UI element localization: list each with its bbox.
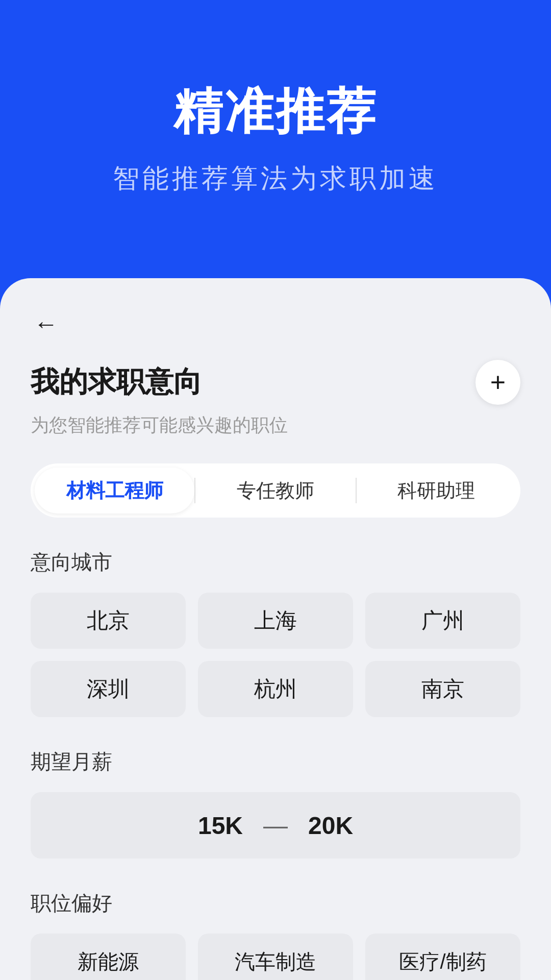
salary-section: 期望月薪 15K — 20K xyxy=(31,748,520,859)
salary-max: 20K xyxy=(308,812,353,840)
salary-section-label: 期望月薪 xyxy=(31,748,520,776)
city-chip-beijing[interactable]: 北京 xyxy=(31,593,186,649)
city-grid: 北京 上海 广州 深圳 杭州 南京 xyxy=(31,593,520,717)
card-description: 为您智能推荐可能感兴趣的职位 xyxy=(31,413,520,438)
card-title: 我的求职意向 xyxy=(31,363,202,402)
city-chip-hangzhou[interactable]: 杭州 xyxy=(198,661,353,717)
hero-subtitle: 智能推荐算法为求职加速 xyxy=(113,161,438,197)
city-chip-shanghai[interactable]: 上海 xyxy=(198,593,353,649)
pref-grid-row1: 新能源 汽车制造 医疗/制药 xyxy=(31,934,520,980)
salary-dash: — xyxy=(263,812,288,840)
city-chip-guangzhou[interactable]: 广州 xyxy=(365,593,520,649)
salary-min: 15K xyxy=(198,812,243,840)
hero-section: 精准推荐 智能推荐算法为求职加速 xyxy=(0,0,551,237)
add-intention-button[interactable]: + xyxy=(475,360,520,405)
city-chip-nanjing[interactable]: 南京 xyxy=(365,661,520,717)
salary-range-bar[interactable]: 15K — 20K xyxy=(31,792,520,859)
pref-chip-medical[interactable]: 医疗/制药 xyxy=(365,934,520,980)
pref-section-label: 职位偏好 xyxy=(31,889,520,917)
back-arrow-icon: ← xyxy=(34,312,58,336)
city-chip-shenzhen[interactable]: 深圳 xyxy=(31,661,186,717)
job-pref-section: 职位偏好 新能源 汽车制造 医疗/制药 复合材料 高分子材料 + xyxy=(31,889,520,980)
hero-title: 精准推荐 xyxy=(173,82,378,140)
back-button[interactable]: ← xyxy=(31,309,61,339)
pref-chip-auto[interactable]: 汽车制造 xyxy=(198,934,353,980)
tab-material-engineer[interactable]: 材料工程师 xyxy=(35,468,194,513)
city-section: 意向城市 北京 上海 广州 深圳 杭州 南京 xyxy=(31,548,520,717)
card-container: ← 我的求职意向 + 为您智能推荐可能感兴趣的职位 材料工程师 专任教师 科研助… xyxy=(0,278,551,980)
tab-teacher[interactable]: 专任教师 xyxy=(195,468,355,513)
card-header: 我的求职意向 + xyxy=(31,360,520,405)
tab-research-assistant[interactable]: 科研助理 xyxy=(357,468,516,513)
add-icon: + xyxy=(490,369,506,396)
city-section-label: 意向城市 xyxy=(31,548,520,576)
pref-chip-new-energy[interactable]: 新能源 xyxy=(31,934,186,980)
job-type-tabs: 材料工程师 专任教师 科研助理 xyxy=(31,463,520,518)
